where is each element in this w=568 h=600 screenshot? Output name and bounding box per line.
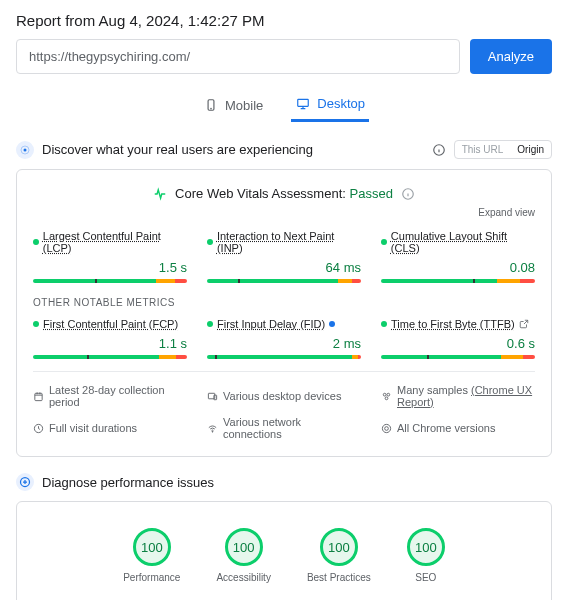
status-dot: [33, 239, 39, 245]
metric-value: 0.6 s: [381, 336, 535, 351]
other-metrics-header: OTHER NOTABLE METRICS: [33, 297, 535, 308]
scores-row: 100 Performance 100 Accessibility 100 Be…: [33, 528, 535, 583]
score-seo[interactable]: 100 SEO: [407, 528, 445, 583]
notes-grid: Latest 28-day collection period Various …: [33, 371, 535, 440]
calendar-icon: [33, 391, 44, 402]
metric-fid: First Input Delay (FID) 2 ms: [207, 318, 361, 359]
note-versions: All Chrome versions: [381, 416, 535, 440]
score-label: Accessibility: [216, 572, 270, 583]
status-dot: [381, 321, 387, 327]
metric-ttfb: Time to First Byte (TTFB) 0.6 s: [381, 318, 535, 359]
note-period: Latest 28-day collection period: [33, 384, 187, 408]
tab-desktop[interactable]: Desktop: [291, 90, 369, 122]
diagnose-title: Diagnose performance issues: [42, 475, 214, 490]
status-dot: [207, 239, 213, 245]
distribution-bar: [33, 355, 187, 359]
cwv-header: Core Web Vitals Assessment: Passed: [33, 186, 535, 201]
svg-point-11: [387, 393, 390, 396]
metric-fcp: First Contentful Paint (FCP) 1.1 s: [33, 318, 187, 359]
info-icon[interactable]: [432, 143, 446, 157]
metric-value: 0.08: [381, 260, 535, 275]
cwv-info-icon[interactable]: [401, 187, 415, 201]
other-metrics-grid: First Contentful Paint (FCP) 1.1 s First…: [33, 318, 535, 359]
toggle-this-url[interactable]: This URL: [455, 141, 511, 158]
cwv-card: Core Web Vitals Assessment: Passed Expan…: [16, 169, 552, 457]
svg-point-14: [212, 431, 213, 432]
note-samples: Many samples (Chrome UX Report): [381, 384, 535, 408]
metric-value: 1.1 s: [33, 336, 187, 351]
diagnose-card: 100 Performance 100 Accessibility 100 Be…: [16, 501, 552, 600]
score-ring: 100: [133, 528, 171, 566]
svg-point-1: [211, 108, 212, 109]
metric-label[interactable]: Cumulative Layout Shift (CLS): [391, 230, 535, 254]
status-dot: [207, 321, 213, 327]
score-label: SEO: [407, 572, 445, 583]
url-input[interactable]: [16, 39, 460, 74]
tab-mobile[interactable]: Mobile: [199, 90, 267, 122]
wifi-icon: [207, 423, 218, 434]
metric-inp: Interaction to Next Paint (INP) 64 ms: [207, 230, 361, 283]
tab-mobile-label: Mobile: [225, 98, 263, 113]
external-link-icon[interactable]: [519, 319, 529, 329]
svg-rect-7: [35, 393, 42, 400]
score-ring: 100: [407, 528, 445, 566]
metric-lcp: Largest Contentful Paint (LCP) 1.5 s: [33, 230, 187, 283]
score-label: Best Practices: [307, 572, 371, 583]
metric-value: 2 ms: [207, 336, 361, 351]
desktop-icon: [295, 97, 311, 111]
diagnose-header: Diagnose performance issues: [16, 473, 552, 491]
score-best-practices[interactable]: 100 Best Practices: [307, 528, 371, 583]
metric-value: 1.5 s: [33, 260, 187, 275]
core-metrics-grid: Largest Contentful Paint (LCP) 1.5 s Int…: [33, 230, 535, 283]
chrome-icon: [381, 423, 392, 434]
distribution-bar: [381, 279, 535, 283]
score-ring: 100: [320, 528, 358, 566]
clock-icon: [33, 423, 44, 434]
score-ring: 100: [225, 528, 263, 566]
mobile-icon: [203, 98, 219, 112]
metric-value: 64 ms: [207, 260, 361, 275]
report-title: Report from Aug 4, 2024, 1:42:27 PM: [16, 12, 552, 29]
pulse-icon: [153, 187, 167, 201]
distribution-bar: [33, 279, 187, 283]
distribution-bar: [381, 355, 535, 359]
score-performance[interactable]: 100 Performance: [123, 528, 180, 583]
svg-point-12: [385, 396, 388, 399]
device-tabs: Mobile Desktop: [16, 90, 552, 122]
metric-label[interactable]: Time to First Byte (TTFB): [391, 318, 515, 330]
metric-label[interactable]: First Input Delay (FID): [217, 318, 325, 330]
devices-icon: [207, 391, 218, 402]
score-label: Performance: [123, 572, 180, 583]
origin-toggle[interactable]: This URL Origin: [454, 140, 552, 159]
metric-cls: Cumulative Layout Shift (CLS) 0.08: [381, 230, 535, 283]
svg-point-10: [383, 393, 386, 396]
distribution-bar: [207, 355, 361, 359]
note-network: Various network connections: [207, 416, 361, 440]
discover-title: Discover what your real users are experi…: [42, 142, 313, 157]
metric-label[interactable]: First Contentful Paint (FCP): [43, 318, 178, 330]
note-durations: Full visit durations: [33, 416, 187, 440]
info-indicator[interactable]: [329, 321, 335, 327]
distribution-bar: [207, 279, 361, 283]
diagnose-icon: [16, 473, 34, 491]
expand-view-link[interactable]: Expand view: [33, 207, 535, 218]
metric-label[interactable]: Largest Contentful Paint (LCP): [43, 230, 187, 254]
discover-icon: [16, 141, 34, 159]
svg-rect-2: [298, 99, 309, 106]
cwv-label: Core Web Vitals Assessment: Passed: [175, 186, 393, 201]
status-dot: [33, 321, 39, 327]
analyze-button[interactable]: Analyze: [470, 39, 552, 74]
tab-desktop-label: Desktop: [317, 96, 365, 111]
url-row: Analyze: [16, 39, 552, 74]
samples-icon: [381, 391, 392, 402]
score-accessibility[interactable]: 100 Accessibility: [216, 528, 270, 583]
svg-point-3: [24, 148, 27, 151]
svg-point-15: [382, 424, 390, 432]
status-dot: [381, 239, 387, 245]
toggle-origin[interactable]: Origin: [510, 141, 551, 158]
svg-point-16: [385, 426, 389, 430]
discover-header: Discover what your real users are experi…: [16, 140, 552, 159]
note-devices: Various desktop devices: [207, 384, 361, 408]
metric-label[interactable]: Interaction to Next Paint (INP): [217, 230, 361, 254]
